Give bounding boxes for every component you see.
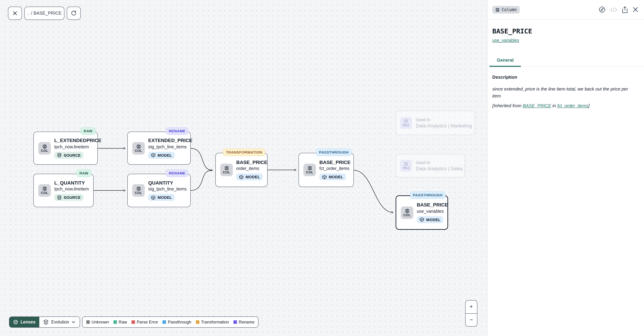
node-base-price-order-items[interactable]: TRANSFORMATION COL BASE_PRICE order_item… — [215, 153, 268, 187]
columns-icon — [136, 186, 141, 191]
compass-icon — [598, 6, 606, 13]
column-chip: COL — [132, 142, 145, 154]
project-chip: PRJ — [400, 117, 412, 129]
node-l-extendedprice[interactable]: RAW COL L_EXTENDEDPRICE tpch_now.lineite… — [34, 132, 98, 165]
refresh-icon — [71, 11, 76, 16]
model-pill: MODEL — [236, 173, 263, 180]
column-name: EXTENDED_PRICE — [148, 138, 192, 143]
legend-swatch — [234, 320, 237, 324]
edge-kind-badge: RENAME — [166, 170, 188, 177]
zoom-in-button[interactable]: + — [466, 300, 477, 313]
column-chip: COL — [401, 206, 413, 219]
model-name: fct_order_items — [320, 166, 349, 171]
code-icon — [610, 7, 617, 12]
edge-kind-badge: RENAME — [166, 127, 188, 135]
inherited-note: [Inherited from BASE_PRICE in fct_order_… — [492, 103, 638, 108]
used-in-label: Used In — [416, 160, 463, 165]
breadcrumb[interactable]: .. / BASE_PRICE — [24, 7, 64, 20]
description-heading: Description — [492, 75, 638, 80]
column-name: L_EXTENDEDPRICE — [54, 138, 102, 143]
columns-icon — [405, 209, 409, 213]
layers-icon — [43, 319, 49, 325]
used-in-sales[interactable]: PRJ Used In Data Analytics | Sales — [396, 154, 465, 178]
edge-kind-legend: Unknown Raw Parse Error Passthrough Tran… — [82, 316, 259, 328]
legend-item: Transformation — [196, 320, 229, 324]
legend-item: Unknown — [86, 320, 109, 324]
node-extended-price[interactable]: RENAME COL EXTENDED_PRICE stg_tpch_line_… — [127, 132, 191, 165]
share-icon — [622, 6, 628, 13]
column-chip: COL — [38, 184, 51, 197]
source-pill: SOURCE — [54, 194, 84, 201]
column-name: BASE_PRICE — [417, 202, 448, 208]
description-text: since extended_price is the line item to… — [492, 86, 632, 99]
model-pill: MODEL — [320, 173, 346, 180]
inherited-model-link[interactable]: fct_order_items — [557, 103, 588, 108]
cube-icon — [151, 153, 156, 157]
model-pill: MODEL — [148, 152, 175, 159]
lens-select[interactable]: Evolution — [39, 317, 80, 327]
column-name: BASE_PRICE — [236, 159, 268, 165]
used-in-marketing[interactable]: PRJ Used In Data Analytics | Marketing — [396, 111, 475, 135]
columns-icon — [136, 144, 141, 149]
explore-compass-button[interactable] — [598, 6, 606, 13]
edge-kind-badge: TRANSFORMATION — [223, 149, 265, 156]
cube-icon — [239, 175, 244, 179]
panel-tabs: General — [488, 55, 644, 67]
edge-kind-badge: RAW — [77, 170, 91, 177]
source-pill: SOURCE — [54, 152, 84, 159]
entity-type-badge: Column — [492, 6, 520, 14]
edge-kind-badge: RAW — [81, 127, 95, 135]
legend-swatch — [86, 320, 90, 324]
column-chip: COL — [132, 184, 145, 197]
edge-quantity-baseprice — [191, 170, 212, 190]
column-name: L_QUANTITY — [54, 180, 85, 186]
zoom-out-button[interactable]: − — [466, 313, 477, 326]
node-base-price-use-variables-selected[interactable]: PASSTHROUGH COL BASE_PRICE use_variables… — [396, 195, 448, 230]
model-name: use_variables — [417, 209, 444, 214]
node-quantity[interactable]: RENAME COL QUANTITY stg_tpch_line_items … — [127, 174, 191, 207]
inherited-column-link[interactable]: BASE_PRICE — [523, 103, 551, 108]
share-button[interactable] — [622, 6, 628, 13]
legend-swatch — [114, 320, 117, 324]
close-icon — [12, 11, 18, 16]
refresh-button[interactable] — [67, 7, 81, 20]
column-chip: COL — [38, 142, 51, 154]
legend-swatch — [196, 320, 199, 324]
columns-icon — [42, 186, 47, 191]
close-panel-button[interactable] — [632, 7, 638, 13]
tab-general[interactable]: General — [490, 55, 521, 67]
legend-item: Parse Error — [132, 320, 158, 324]
used-in-title: Data Analytics | Sales — [416, 166, 463, 171]
used-in-title: Data Analytics | Marketing — [416, 123, 472, 129]
lineage-canvas[interactable]: .. / BASE_PRICE RAW COL L_EXTENDEDPRICE … — [0, 0, 487, 336]
edge-fctorderitems-usevariables — [354, 170, 393, 212]
legend-item: Passthrough — [163, 320, 191, 324]
zoom-controls: + − — [465, 300, 477, 326]
project-chip: PRJ — [400, 160, 412, 172]
close-lineage-button[interactable] — [8, 7, 22, 20]
database-icon — [57, 195, 62, 200]
model-link[interactable]: use_variables — [492, 38, 519, 43]
columns-icon — [42, 144, 47, 149]
legend-swatch — [132, 320, 135, 324]
columns-icon — [308, 166, 312, 170]
legend-item: Raw — [114, 320, 127, 324]
view-code-button[interactable] — [610, 7, 617, 12]
lenses-button[interactable]: Lenses — [10, 317, 39, 327]
database-icon — [57, 153, 62, 157]
model-name: stg_tpch_line_items — [148, 187, 187, 191]
edge-extendedprice-baseprice — [191, 148, 212, 170]
close-icon — [632, 7, 638, 13]
column-chip: COL — [220, 164, 233, 176]
edge-kind-badge: PASSTHROUGH — [410, 191, 445, 199]
node-l-quantity[interactable]: RAW COL L_QUANTITY tpch_now.lineitem SOU… — [34, 174, 94, 207]
detail-panel: Column BASE_PRICE use_variables — [487, 0, 644, 336]
aperture-icon — [13, 320, 18, 324]
cube-icon — [420, 217, 424, 222]
chevron-down-icon — [72, 321, 75, 323]
node-base-price-fct-order-items[interactable]: PASSTHROUGH COL BASE_PRICE fct_order_ite… — [298, 153, 354, 187]
panel-header: Column — [488, 0, 644, 20]
model-pill: MODEL — [148, 194, 175, 201]
lineage-app: .. / BASE_PRICE RAW COL L_EXTENDEDPRICE … — [0, 0, 644, 336]
column-name: BASE_PRICE — [320, 159, 350, 165]
